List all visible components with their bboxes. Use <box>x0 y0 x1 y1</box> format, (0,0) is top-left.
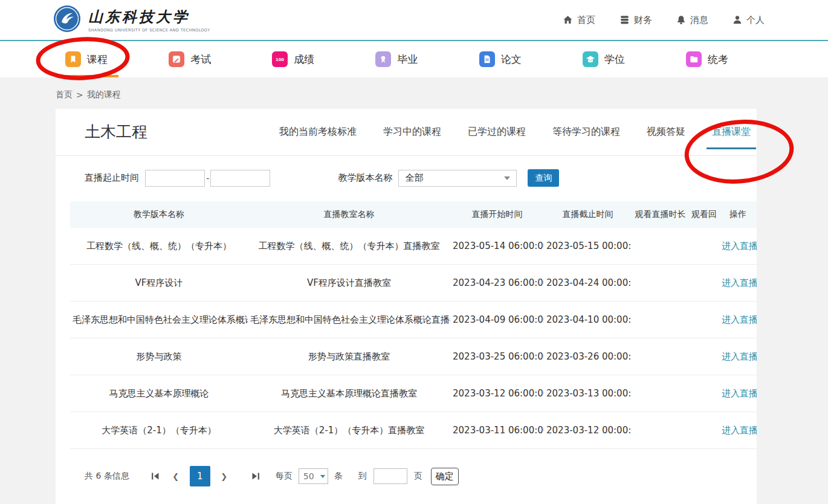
enter-live-link[interactable]: 进入直播 <box>719 241 757 252</box>
tab-3[interactable]: 等待学习的课程 <box>552 110 620 154</box>
tab-4[interactable]: 视频答疑 <box>647 110 685 154</box>
topmenu-item-1[interactable]: 财务 <box>619 15 652 26</box>
per-page-select[interactable]: 50 <box>299 468 328 484</box>
table-row: VF程序设计 VF程序设计直播教室 2023-04-23 06:00:00 20… <box>70 265 757 302</box>
nav-item-1[interactable]: 考试 <box>169 41 211 77</box>
cell-end-time: 2023-05-15 00:00:00 <box>544 241 632 251</box>
table-row: 大学英语（2-1）（专升本） 大学英语（2-1）（专升本）直播教室 2023-0… <box>70 412 757 449</box>
column-header-4: 观看直播时长 <box>632 209 689 220</box>
cell-start-time: 2023-04-23 06:00:00 <box>450 277 544 288</box>
nav-item-5[interactable]: 学位 <box>583 41 625 77</box>
nav-item-3[interactable]: 毕业 <box>375 41 418 77</box>
current-page-number[interactable]: 1 <box>190 466 210 486</box>
cell-room: 工程数学（线、概、统）（专升本）直播教室 <box>248 241 450 252</box>
prev-page-button[interactable]: ❮ <box>166 466 186 486</box>
cell-version: 工程数学（线、概、统）（专升本） <box>70 241 248 252</box>
nav-item-label: 学位 <box>604 53 625 66</box>
tab-5[interactable]: 直播课堂 <box>712 110 751 154</box>
topmenu-item-2[interactable]: 消息 <box>676 15 708 26</box>
university-logo[interactable]: 山东科技大学 SHANDONG UNIVERSITY OF SCIENCE AN… <box>53 5 210 35</box>
cell-version: 毛泽东思想和中国特色社会主义理论体系概论 <box>70 314 248 326</box>
search-button[interactable]: 查询 <box>528 169 559 187</box>
tab-2[interactable]: 已学过的课程 <box>468 110 526 154</box>
cell-version: 马克思主义基本原理概论 <box>70 388 248 399</box>
degree-cap-icon <box>583 51 598 67</box>
topmenu-item-3[interactable]: 个人 <box>733 15 765 26</box>
per-page-selected-value: 50 <box>303 471 314 481</box>
enter-live-link[interactable]: 进入直播 <box>719 388 757 399</box>
nav-item-label: 毕业 <box>397 53 418 66</box>
enter-live-link[interactable]: 进入直播 <box>719 277 757 289</box>
chevron-down-icon <box>320 475 325 478</box>
person-icon <box>733 15 742 25</box>
enter-live-link[interactable]: 进入直播 <box>719 314 757 326</box>
topmenu-label: 首页 <box>577 15 595 26</box>
cell-end-time: 2023-03-26 00:00:00 <box>544 351 632 362</box>
score-100-icon: 100 <box>272 51 288 67</box>
topbar-menu: 首页 财务 消息 个人 <box>563 15 765 26</box>
filter-bar: 直播起止时间 - 教学版本名称 全部 查询 <box>56 156 757 195</box>
topmenu-item-0[interactable]: 首页 <box>563 15 595 26</box>
table-row: 马克思主义基本原理概论 马克思主义基本原理概论直播教室 2023-03-12 0… <box>70 375 757 412</box>
live-classroom-table: 教学版本名称直播教室名称直播开始时间直播截止时间观看直播时长观看回操作 工程数学… <box>70 201 757 449</box>
next-page-button[interactable]: ❯ <box>214 466 234 486</box>
cell-version: 形势与政策 <box>70 351 248 363</box>
cell-version: 大学英语（2-1）（专升本） <box>70 425 248 436</box>
exam-pencil-icon <box>169 51 184 67</box>
last-page-button[interactable] <box>245 466 266 486</box>
cell-room: 毛泽东思想和中国特色社会主义理论体系概论直播教室 <box>248 314 450 326</box>
table-row: 毛泽东思想和中国特色社会主义理论体系概论 毛泽东思想和中国特色社会主义理论体系概… <box>70 302 757 338</box>
main-panel: 土木工程 我的当前考核标准学习中的课程已学过的课程等待学习的课程视频答疑直播课堂… <box>56 109 757 504</box>
cell-start-time: 2023-05-14 06:00:00 <box>450 241 544 251</box>
cell-start-time: 2023-03-12 06:00:00 <box>450 388 544 399</box>
live-end-date-input[interactable] <box>210 170 270 187</box>
teaching-version-select[interactable]: 全部 <box>398 170 517 187</box>
per-page-suffix-label: 条 <box>334 471 343 482</box>
pagination-bar: 共 6 条信息 ❮ 1 ❯ 每页 50 条 到 页 确定 <box>56 449 757 486</box>
breadcrumb-item-0[interactable]: 首页 <box>56 89 73 100</box>
active-nav-underline <box>63 75 118 77</box>
cell-start-time: 2023-04-09 06:00:00 <box>450 314 544 325</box>
confirm-button[interactable]: 确定 <box>431 468 459 485</box>
cell-end-time: 2023-04-24 00:00:00 <box>544 277 632 288</box>
tab-0[interactable]: 我的当前考核标准 <box>279 110 357 154</box>
table-row: 工程数学（线、概、统）（专升本） 工程数学（线、概、统）（专升本）直播教室 20… <box>70 228 757 265</box>
total-records-text: 共 6 条信息 <box>85 471 129 482</box>
cell-version: VF程序设计 <box>70 277 248 289</box>
live-start-date-input[interactable] <box>145 170 205 187</box>
enter-live-link[interactable]: 进入直播 <box>719 351 757 363</box>
cell-room: 形势与政策直播教室 <box>248 351 450 363</box>
cell-start-time: 2023-03-25 06:00:00 <box>450 351 544 362</box>
tab-1[interactable]: 学习中的课程 <box>383 110 441 154</box>
university-name-en: SHANDONG UNIVERSITY OF SCIENCE AND TECHN… <box>88 28 210 33</box>
graduation-medal-icon <box>375 51 391 67</box>
nav-item-2[interactable]: 100 成绩 <box>272 41 314 77</box>
course-tabs: 我的当前考核标准学习中的课程已学过的课程等待学习的课程视频答疑直播课堂 <box>279 110 751 154</box>
course-book-icon <box>65 51 81 67</box>
nav-item-4[interactable]: 论文 <box>479 41 522 77</box>
svg-text:100: 100 <box>276 57 284 62</box>
unified-exam-folder-icon <box>686 51 702 67</box>
nav-item-6[interactable]: 统考 <box>686 41 728 77</box>
column-header-3: 直播截止时间 <box>544 209 632 220</box>
teaching-version-label: 教学版本名称 <box>338 172 392 184</box>
thesis-paper-icon <box>479 51 495 67</box>
breadcrumb-item-1: 我的课程 <box>87 89 121 100</box>
column-header-5: 观看回 <box>689 209 719 220</box>
nav-item-0[interactable]: 课程 <box>65 41 108 77</box>
topmenu-label: 财务 <box>634 15 652 26</box>
table-body: 工程数学（线、概、统）（专升本） 工程数学（线、概、统）（专升本）直播教室 20… <box>70 228 757 449</box>
nav-item-label: 统考 <box>708 53 728 66</box>
topmenu-label: 消息 <box>690 15 708 26</box>
goto-page-input[interactable] <box>374 468 407 484</box>
enter-live-link[interactable]: 进入直播 <box>719 425 757 436</box>
first-page-button[interactable] <box>145 466 166 486</box>
cell-room: VF程序设计直播教室 <box>248 277 450 289</box>
per-page-prefix-label: 每页 <box>276 471 293 482</box>
topmenu-label: 个人 <box>746 15 765 26</box>
bell-icon <box>676 15 686 25</box>
breadcrumb: 首页>我的课程 <box>0 77 828 109</box>
university-name-cn: 山东科技大学 <box>88 7 210 27</box>
home-icon <box>563 15 573 25</box>
page-title: 土木工程 <box>85 121 147 143</box>
